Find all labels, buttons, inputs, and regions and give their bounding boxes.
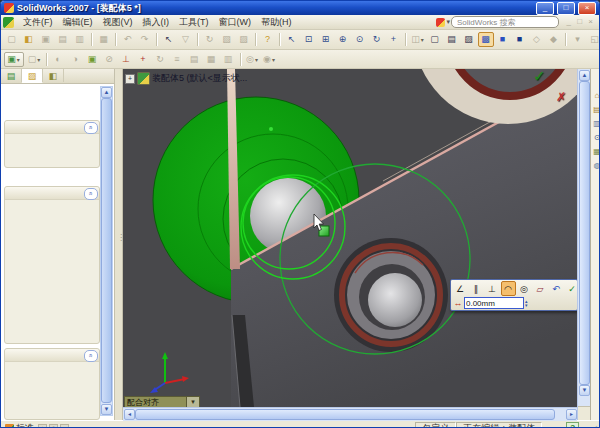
smart-fasteners-button[interactable]: ≡ <box>169 52 185 67</box>
zoom-to-fit-button[interactable]: ⊡ <box>301 32 317 47</box>
panel-scroll-down[interactable]: ▼ <box>101 404 112 415</box>
vscroll-up-arrow[interactable]: ▲ <box>579 70 590 81</box>
save-button[interactable]: ▣ <box>38 32 54 47</box>
mate-undo-button[interactable]: ↶ <box>549 281 564 296</box>
edit-color-button[interactable]: ▨ <box>236 32 252 47</box>
hscroll-left-arrow[interactable]: ◂ <box>124 409 135 420</box>
file-explorer-tab-icon[interactable]: ▥ <box>592 119 600 129</box>
select-button[interactable]: ↖ <box>161 32 177 47</box>
hscroll-thumb[interactable] <box>135 409 555 420</box>
assembly-features-button[interactable]: ▤ <box>186 52 202 67</box>
vscroll-down-arrow[interactable]: ▼ <box>579 385 590 396</box>
pan-button[interactable]: + <box>386 32 402 47</box>
wireframe-button[interactable]: ▢ <box>427 32 443 47</box>
new-document-button[interactable]: ▢ <box>4 32 20 47</box>
menu-item-1[interactable]: 文件(F) <box>18 16 58 29</box>
make-assembly-from-part-button[interactable]: ▥ <box>72 32 88 47</box>
maximize-button[interactable]: □ <box>557 2 575 15</box>
component-flyout-button[interactable]: ▢▾ <box>26 52 42 67</box>
zoom-to-selection-button[interactable]: ⊙ <box>352 32 368 47</box>
mate-concentric-button[interactable]: ◎ <box>517 281 532 296</box>
panel-scroll-up[interactable]: ▲ <box>101 87 112 98</box>
rotate-view-button[interactable]: ↻ <box>369 32 385 47</box>
vscroll-thumb[interactable] <box>579 81 590 385</box>
menu-item-2[interactable]: 编辑(E) <box>58 16 98 29</box>
component-flyout-dropdown-icon[interactable]: ▾ <box>37 56 40 63</box>
section-view-dropdown-icon[interactable]: ▾ <box>421 36 424 43</box>
solidworks-menu-icon[interactable] <box>3 17 14 28</box>
distance-spinner[interactable]: ▴ ▾ <box>525 299 528 307</box>
mate-perpendicular-button[interactable]: ⊥ <box>485 281 500 296</box>
group-collapse-button[interactable]: » <box>84 122 98 134</box>
print-button[interactable]: ▦ <box>96 32 112 47</box>
perspective-button[interactable]: ◇ <box>529 32 545 47</box>
viewport-hscrollbar[interactable]: ◂ ▸ <box>123 407 577 421</box>
shaded-with-edges-button[interactable]: ▩ <box>478 32 494 47</box>
shaft-end[interactable] <box>368 273 422 327</box>
child-window-buttons[interactable]: _ □ × <box>567 17 595 26</box>
undo-button[interactable]: ↶ <box>120 32 136 47</box>
group-collapse-button[interactable]: » <box>84 188 98 200</box>
mate-coincident-button[interactable]: ∠ <box>453 281 468 296</box>
redo-button[interactable]: ↷ <box>137 32 153 47</box>
zoom-in-out-button[interactable]: ⊕ <box>335 32 351 47</box>
confirmation-accept-icon[interactable]: ✓ <box>533 67 546 85</box>
fullscreen-button[interactable]: ◱ <box>587 32 600 47</box>
selection-filter-button[interactable]: ▽ <box>178 32 194 47</box>
panel-scrollbar[interactable]: ▲ ▼ <box>100 86 113 416</box>
make-drawing-from-part-button[interactable]: ▤ <box>55 32 71 47</box>
rebuild-button[interactable]: ↻ <box>202 32 218 47</box>
mate-width-button[interactable]: ▱ <box>533 281 548 296</box>
insert-components-dropdown-icon[interactable]: ▾ <box>17 56 20 63</box>
mate-distance-input[interactable] <box>464 297 524 309</box>
panel-splitter[interactable]: ⋮ <box>115 69 123 420</box>
interference-detection-dropdown-icon[interactable]: ▾ <box>272 56 275 63</box>
shaded-button[interactable]: ■ <box>495 32 511 47</box>
no-external-references-button[interactable]: ⊘ <box>101 52 117 67</box>
solidworks-resources-tab-icon[interactable]: ⌂ <box>592 91 600 101</box>
change-suppression-state-button[interactable]: ◑ <box>67 52 83 67</box>
shadows-in-shaded-mode-button[interactable]: ■ <box>512 32 528 47</box>
exploded-view-button[interactable]: ◎▾ <box>244 52 260 67</box>
document-recovery-tab-icon[interactable]: ◍ <box>592 161 600 171</box>
mate-button[interactable]: ⊥ <box>118 52 134 67</box>
rotate-component-button[interactable]: ↻ <box>152 52 168 67</box>
assembly-tree-label[interactable]: 装配体5 (默认<显示状... <box>152 72 247 85</box>
mate-parallel-button[interactable]: ∥ <box>469 281 484 296</box>
search-tab-icon[interactable]: ⊙ <box>592 133 600 143</box>
graphics-viewport[interactable]: + 装配体5 (默认<显示状... ✓ ✗ 配合对齐 ▾ ∠∥⊥◠◎▱↶✓ ↔ … <box>123 69 577 420</box>
menu-item-6[interactable]: 窗口(W) <box>214 16 257 29</box>
hide-show-components-button[interactable]: ◐ <box>50 52 66 67</box>
assembly-3d-scene[interactable] <box>123 69 577 407</box>
viewport-vscrollbar[interactable]: ▲ ▼ <box>577 69 590 420</box>
section-view-button[interactable]: ◫▾ <box>410 32 426 47</box>
configurationmanager-tab[interactable]: ◧ <box>43 69 64 82</box>
search-input[interactable] <box>451 16 559 28</box>
help-button[interactable]: ? <box>260 32 276 47</box>
select-tool-button[interactable]: ↖ <box>284 32 300 47</box>
standard-views-button[interactable]: ▾ <box>570 32 586 47</box>
tree-expander[interactable]: + <box>125 74 135 84</box>
zoom-to-area-button[interactable]: ⊞ <box>318 32 334 47</box>
realview-graphics-button[interactable]: ◆ <box>546 32 562 47</box>
panel-scroll-thumb[interactable] <box>101 98 112 403</box>
move-component-button[interactable]: + <box>135 52 151 67</box>
insert-components-button[interactable]: ▣▾ <box>4 52 24 67</box>
hidden-lines-removed-button[interactable]: ▨ <box>461 32 477 47</box>
hscroll-right-arrow[interactable]: ▸ <box>566 409 577 420</box>
menu-item-5[interactable]: 工具(T) <box>174 16 214 29</box>
mate-tangent-button[interactable]: ◠ <box>501 281 516 296</box>
interference-detection-button[interactable]: ◉▾ <box>261 52 277 67</box>
design-library-tab-icon[interactable]: ▤ <box>592 105 600 115</box>
menu-item-7[interactable]: 帮助(H) <box>256 16 297 29</box>
open-document-button[interactable]: ◧ <box>21 32 37 47</box>
edit-component-button[interactable]: ▣ <box>84 52 100 67</box>
propertymanager-tab[interactable]: ▨ <box>22 69 43 83</box>
spinner-down-icon[interactable]: ▾ <box>525 303 528 307</box>
confirmation-cancel-icon[interactable]: ✗ <box>556 90 566 104</box>
menu-item-3[interactable]: 视图(V) <box>98 16 138 29</box>
pattern-components-button[interactable]: ▦ <box>203 52 219 67</box>
quick-tips-button[interactable]: ? <box>566 422 579 428</box>
resize-grip[interactable]: ◢ <box>589 423 597 428</box>
minimize-button[interactable]: _ <box>536 2 554 15</box>
